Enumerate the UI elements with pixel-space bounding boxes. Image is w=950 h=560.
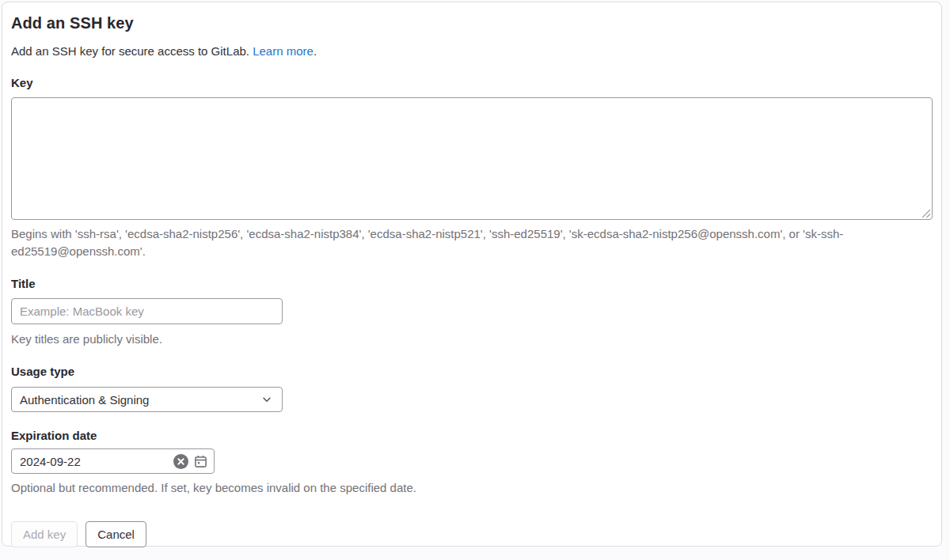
expiration-date-label: Expiration date <box>11 428 933 444</box>
usage-type-label: Usage type <box>11 364 933 380</box>
learn-more-link[interactable]: Learn more <box>253 44 314 58</box>
page-description-text: Add an SSH key for secure access to GitL… <box>11 44 249 58</box>
page-title: Add an SSH key <box>11 13 933 33</box>
clear-date-button[interactable] <box>173 454 188 469</box>
cancel-button[interactable]: Cancel <box>86 521 146 547</box>
form-actions: Add key Cancel <box>11 521 933 547</box>
usage-type-select[interactable]: Authentication & Signing <box>11 387 283 412</box>
key-textarea-wrap <box>11 97 933 220</box>
page-description: Add an SSH key for secure access to GitL… <box>11 44 933 59</box>
expiration-help-text: Optional but recommended. If set, key be… <box>11 479 933 497</box>
add-key-button[interactable]: Add key <box>11 521 78 547</box>
calendar-icon <box>194 455 207 468</box>
usage-type-selected-value: Authentication & Signing <box>20 393 149 407</box>
title-help-text: Key titles are publicly visible. <box>11 331 933 348</box>
title-label: Title <box>11 276 933 292</box>
expiration-date-input[interactable] <box>12 449 173 473</box>
x-circle-icon <box>173 454 188 469</box>
ssh-key-textarea[interactable] <box>11 97 933 220</box>
add-ssh-key-card: Add an SSH key Add an SSH key for secure… <box>2 2 942 547</box>
page-description-period: . <box>314 44 317 58</box>
key-label: Key <box>11 75 933 91</box>
chevron-down-icon <box>261 394 272 405</box>
title-input[interactable] <box>11 298 283 324</box>
expiration-date-box <box>11 448 215 474</box>
key-help-text: Begins with 'ssh-rsa', 'ecdsa-sha2-nistp… <box>11 225 934 260</box>
calendar-button[interactable] <box>194 455 207 468</box>
